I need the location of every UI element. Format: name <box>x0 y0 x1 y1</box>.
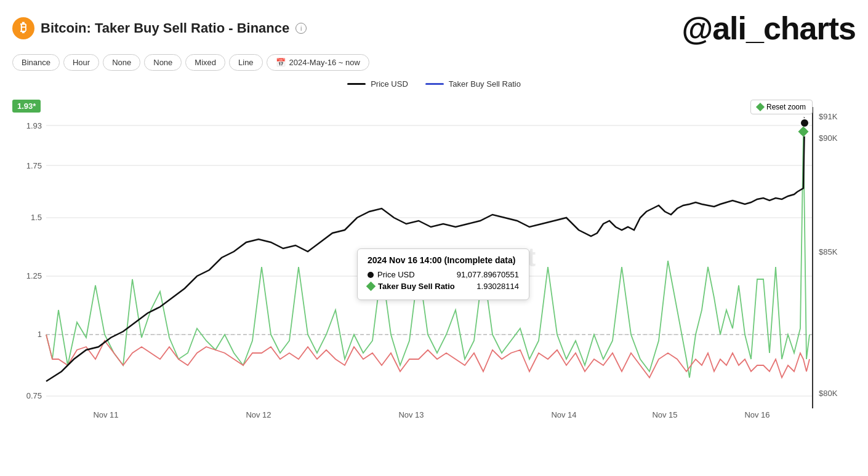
svg-rect-2 <box>12 95 856 421</box>
svg-text:1.75: 1.75 <box>26 161 42 170</box>
svg-text:Nov 14: Nov 14 <box>551 410 576 419</box>
legend-line-price <box>347 83 366 85</box>
chart-area[interactable]: 1.93* CryptoQuant Reset zoom 1.93 <box>12 95 856 421</box>
y-label-current: 1.93* <box>12 100 41 113</box>
header: ₿ Bitcoin: Taker Buy Sell Ratio - Binanc… <box>12 10 856 47</box>
main-container: ₿ Bitcoin: Taker Buy Sell Ratio - Binanc… <box>0 0 868 476</box>
calendar-icon: 📅 <box>276 58 286 67</box>
bitcoin-icon: ₿ <box>12 17 34 39</box>
chart-type-button[interactable]: Line <box>229 54 263 71</box>
svg-text:Nov 11: Nov 11 <box>93 410 118 419</box>
filter1-button[interactable]: None <box>103 54 140 71</box>
watermark-text: @ali_charts <box>681 10 856 47</box>
svg-text:1.93: 1.93 <box>26 121 42 130</box>
legend-line-ratio <box>425 83 444 85</box>
svg-text:1.5: 1.5 <box>31 213 42 222</box>
svg-text:$91K: $91K <box>819 112 838 121</box>
date-range-label: 2024-May-16 ~ now <box>289 58 360 67</box>
legend-label-ratio: Taker Buy Sell Ratio <box>449 79 521 89</box>
page-title: Bitcoin: Taker Buy Sell Ratio - Binance <box>41 20 289 36</box>
exchange-button[interactable]: Binance <box>12 54 60 71</box>
svg-text:Nov 15: Nov 15 <box>652 410 677 419</box>
legend-label-price: Price USD <box>371 79 408 89</box>
chart-style-button[interactable]: Mixed <box>185 54 225 71</box>
svg-text:0.75: 0.75 <box>26 391 42 400</box>
reset-zoom-icon <box>756 103 765 111</box>
legend: Price USD Taker Buy Sell Ratio <box>12 79 856 89</box>
reset-zoom-button[interactable]: Reset zoom <box>750 100 813 114</box>
chart-svg: 1.93 1.75 1.5 1.25 1 0.75 $91K $90K $85K… <box>12 95 856 421</box>
svg-text:$85K: $85K <box>819 247 838 256</box>
svg-text:Nov 12: Nov 12 <box>246 410 271 419</box>
svg-text:$80K: $80K <box>819 389 838 398</box>
svg-text:1.25: 1.25 <box>26 271 42 280</box>
date-range-button[interactable]: 📅 2024-May-16 ~ now <box>267 54 369 71</box>
svg-text:₿: ₿ <box>20 21 26 34</box>
filter2-button[interactable]: None <box>144 54 182 71</box>
svg-point-27 <box>800 119 809 127</box>
svg-text:Nov 13: Nov 13 <box>398 410 424 419</box>
svg-text:1: 1 <box>38 330 42 339</box>
reset-zoom-label: Reset zoom <box>766 103 806 111</box>
interval-button[interactable]: Hour <box>63 54 99 71</box>
legend-item-ratio: Taker Buy Sell Ratio <box>425 79 521 89</box>
svg-text:$90K: $90K <box>819 133 838 143</box>
info-icon[interactable]: i <box>295 23 307 34</box>
svg-text:Nov 16: Nov 16 <box>744 410 770 419</box>
title-row: ₿ Bitcoin: Taker Buy Sell Ratio - Binanc… <box>12 17 307 39</box>
toolbar: Binance Hour None None Mixed Line 📅 2024… <box>12 54 856 71</box>
legend-item-price: Price USD <box>347 79 408 89</box>
